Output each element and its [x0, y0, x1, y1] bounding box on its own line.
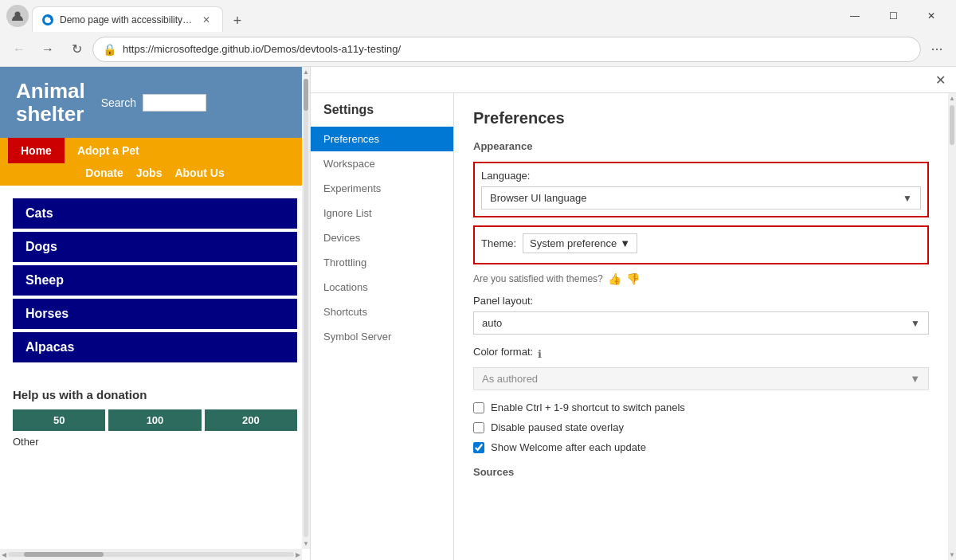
site-search: Search — [101, 94, 206, 112]
color-format-field: Color format: ℹ As authored ▼ — [473, 346, 929, 390]
site-nav-row2: Donate Jobs About Us — [0, 163, 310, 186]
satisfaction-row: Are you satisfied with themes? 👍 👎 — [473, 272, 929, 285]
tab-title: Demo page with accessibility issu... — [60, 14, 194, 25]
donation-100[interactable]: 100 — [108, 409, 201, 431]
tab-close-button[interactable]: ✕ — [200, 14, 213, 26]
settings-item-preferences[interactable]: Preferences — [311, 127, 453, 151]
minimize-button[interactable]: — — [836, 3, 873, 29]
settings-item-throttling[interactable]: Throttling — [311, 250, 453, 275]
profile-avatar[interactable] — [6, 5, 29, 27]
new-tab-button[interactable]: + — [226, 10, 249, 32]
maximize-button[interactable]: ☐ — [875, 3, 911, 29]
donation-other-label: Other — [13, 436, 39, 448]
language-label: Language: — [481, 170, 921, 182]
list-item[interactable]: Alpacas — [13, 332, 297, 362]
title-bar: Demo page with accessibility issu... ✕ +… — [0, 0, 956, 32]
panel-layout-label: Panel layout: — [473, 295, 929, 307]
ctrl-shortcut-checkbox[interactable] — [473, 402, 484, 413]
settings-sidebar: Settings Preferences Workspace Experimen… — [311, 93, 454, 560]
language-select-arrow: ▼ — [903, 193, 912, 204]
language-field-highlighted: Language: Browser UI language ▼ — [473, 162, 929, 217]
list-item[interactable]: Horses — [13, 299, 297, 329]
donation-title: Help us with a donation — [13, 388, 297, 401]
nav-adopt[interactable]: Adopt a Pet — [65, 138, 152, 163]
close-button[interactable]: ✕ — [913, 3, 950, 29]
ctrl-shortcut-label: Enable Ctrl + 1-9 shortcut to switch pan… — [491, 401, 685, 413]
back-button[interactable]: ← — [6, 37, 32, 62]
checkbox-show-welcome: Show Welcome after each update — [473, 441, 929, 453]
tab-favicon — [42, 14, 53, 25]
active-tab[interactable]: Demo page with accessibility issu... ✕ — [32, 6, 223, 32]
list-item[interactable]: Dogs — [13, 232, 297, 262]
donation-200[interactable]: 200 — [205, 409, 297, 431]
address-text: https://microsoftedge.github.io/Demos/de… — [123, 43, 911, 55]
tab-strip: Demo page with accessibility issu... ✕ + — [32, 0, 833, 32]
search-input[interactable] — [143, 94, 206, 112]
animal-list: Cats Dogs Sheep Horses Alpacas — [0, 186, 310, 375]
sources-section-title: Sources — [473, 466, 929, 478]
settings-scrollbar[interactable]: ▲ ▼ — [948, 93, 956, 560]
settings-item-locations[interactable]: Locations — [311, 275, 453, 300]
appearance-section-title: Appearance — [473, 140, 929, 152]
theme-select[interactable]: System preference ▼ — [523, 233, 637, 253]
color-format-label: Color format: — [473, 346, 533, 358]
settings-item-experiments[interactable]: Experiments — [311, 176, 453, 201]
browser-window: Demo page with accessibility issu... ✕ +… — [0, 0, 956, 560]
vertical-scrollbar[interactable]: ▲ ▼ — [302, 67, 310, 549]
show-welcome-checkbox[interactable] — [473, 442, 484, 453]
nav-jobs[interactable]: Jobs — [136, 166, 163, 179]
settings-content: Preferences Appearance Language: Browser… — [454, 93, 948, 560]
donation-buttons: 50 100 200 — [13, 409, 297, 431]
website-panel: Animal shelter Search Home Adopt a Pet D… — [0, 67, 311, 560]
address-bar[interactable]: 🔒 https://microsoftedge.github.io/Demos/… — [92, 37, 921, 62]
satisfaction-text: Are you satisfied with themes? — [473, 273, 603, 284]
search-label: Search — [101, 96, 136, 109]
nav-home[interactable]: Home — [8, 138, 65, 163]
color-format-info-icon: ℹ — [538, 348, 542, 360]
color-format-select: As authored ▼ — [473, 367, 929, 390]
more-button[interactable]: ··· — [924, 37, 950, 62]
theme-field-highlighted: Theme: System preference ▼ — [473, 225, 929, 264]
donation-50[interactable]: 50 — [13, 409, 105, 431]
preferences-title: Preferences — [473, 109, 929, 127]
panel-layout-select[interactable]: auto ▼ — [473, 311, 929, 335]
lock-icon: 🔒 — [103, 43, 116, 56]
panel-layout-field: Panel layout: auto ▼ — [473, 295, 929, 335]
forward-button[interactable]: → — [35, 37, 61, 62]
main-content: Animal shelter Search Home Adopt a Pet D… — [0, 67, 956, 560]
nav-bar: ← → ↻ 🔒 https://microsoftedge.github.io/… — [0, 32, 956, 67]
checkbox-paused-overlay: Disable paused state overlay — [473, 421, 929, 433]
language-select[interactable]: Browser UI language ▼ — [481, 186, 921, 210]
theme-label: Theme: — [481, 237, 516, 249]
scrollbar-thumb — [950, 105, 954, 145]
checkbox-ctrl-shortcut: Enable Ctrl + 1-9 shortcut to switch pan… — [473, 401, 929, 413]
settings-item-shortcuts[interactable]: Shortcuts — [311, 300, 453, 324]
list-item[interactable]: Cats — [13, 198, 297, 229]
refresh-button[interactable]: ↻ — [64, 37, 89, 62]
window-controls: — ☐ ✕ — [836, 3, 950, 29]
nav-about[interactable]: About Us — [174, 166, 224, 179]
site-header: Animal shelter Search — [0, 67, 310, 138]
settings-item-ignore-list[interactable]: Ignore List — [311, 201, 453, 225]
devtools-panel: ✕ Settings Preferences Workspace Experim… — [311, 67, 956, 560]
thumbs-up-icon[interactable]: 👍 — [608, 272, 621, 285]
paused-overlay-label: Disable paused state overlay — [491, 421, 624, 433]
donation-other: Other — [13, 434, 297, 448]
donation-section: Help us with a donation 50 100 200 Other — [0, 375, 310, 461]
site-title: Animal shelter — [16, 80, 85, 125]
paused-overlay-checkbox[interactable] — [473, 422, 484, 433]
settings-item-workspace[interactable]: Workspace — [311, 151, 453, 176]
thumbs-down-icon[interactable]: 👎 — [626, 272, 640, 285]
color-format-arrow: ▼ — [910, 373, 920, 385]
settings-item-symbol-server[interactable]: Symbol Server — [311, 324, 453, 349]
devtools-close-button[interactable]: ✕ — [931, 70, 950, 89]
show-welcome-label: Show Welcome after each update — [491, 441, 646, 453]
horizontal-scrollbar[interactable]: ◀ ▶ — [0, 549, 302, 560]
panel-layout-arrow: ▼ — [911, 318, 920, 329]
devtools-header: ✕ — [311, 67, 956, 93]
settings-item-devices[interactable]: Devices — [311, 225, 453, 250]
list-item[interactable]: Sheep — [13, 265, 297, 296]
theme-row: Theme: System preference ▼ — [481, 233, 921, 253]
settings-sidebar-title: Settings — [311, 103, 453, 127]
nav-donate[interactable]: Donate — [85, 166, 123, 179]
